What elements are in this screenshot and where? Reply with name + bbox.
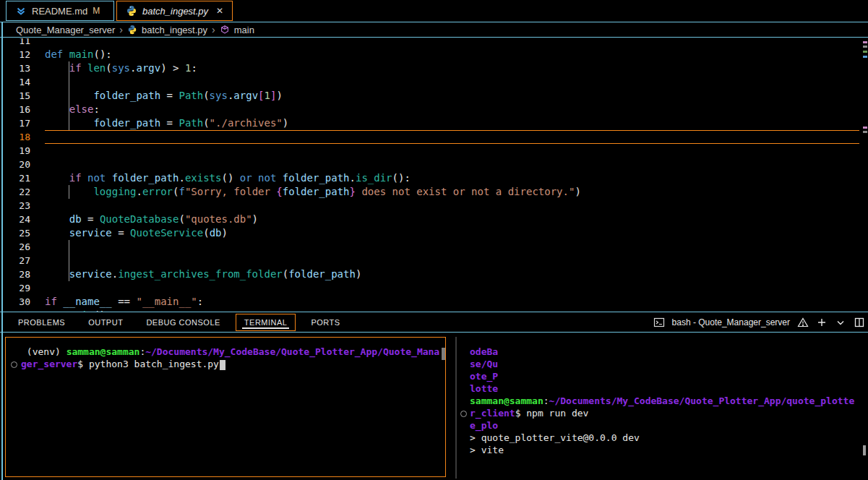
line-number: 22 [0, 185, 45, 199]
code-line-27[interactable]: 27 [0, 254, 868, 267]
code-line-21[interactable]: 21 if not folder_path.exists() or not fo… [0, 171, 868, 185]
code-editor[interactable]: 1112def main():13 if len(sys.argv) > 1:1… [0, 38, 868, 312]
overview-mark [863, 56, 867, 58]
chevron-right-icon: › [119, 24, 123, 35]
breadcrumb-symbol[interactable]: main [234, 25, 254, 35]
split-terminal-icon[interactable] [854, 317, 865, 328]
terminal-pane-right[interactable]: odeBase/Quote_Plottesamman@samman:~/Docu… [459, 337, 868, 480]
breadcrumb-file[interactable]: batch_ingest.py [142, 25, 207, 35]
code-line-25[interactable]: 25 service = QuoteService(db) [0, 226, 868, 240]
terminal-line: r_client$ npm run dev [470, 407, 865, 419]
overview-ruler[interactable] [862, 38, 868, 312]
code-line-12[interactable]: 12def main(): [0, 48, 868, 61]
vscode-window: README.md M batch_ingest.py ✕ Quote_Mana… [0, 0, 868, 480]
code-line-content: service = QuoteService(db) [45, 226, 859, 240]
terminal-line: > vite [470, 444, 865, 456]
code-line-content: if not folder_path.exists() or not folde… [45, 171, 859, 185]
code-line-content: folder_path = Path("./archives") [45, 116, 859, 130]
tab-batch-ingest[interactable]: batch_ingest.py ✕ [116, 1, 233, 21]
chevron-down-icon[interactable] [835, 317, 846, 328]
line-number: 30 [0, 295, 45, 309]
tab-readme-label: README.md [32, 6, 87, 17]
code-line-30[interactable]: 30if __name__ == "__main__": [0, 295, 868, 309]
command-decoration-icon[interactable] [460, 411, 467, 417]
tab-readme[interactable]: README.md M [6, 1, 114, 21]
terminal-scrollbar[interactable] [863, 445, 866, 455]
breadcrumb: Quote_Manager_server › batch_ingest.py ›… [0, 22, 868, 38]
code-line-14[interactable]: 14 [0, 75, 868, 89]
command-decoration-icon[interactable] [11, 361, 17, 368]
code-line-29[interactable]: 29 [0, 281, 868, 295]
terminal-line: se/Qu [470, 358, 865, 370]
indent-guide [69, 103, 69, 116]
code-line-23[interactable]: 23 [0, 199, 868, 213]
code-line-content [45, 38, 859, 48]
line-number: 13 [0, 61, 45, 75]
close-tab-icon[interactable]: ✕ [216, 6, 223, 16]
code-line-content [45, 199, 859, 213]
line-number: 15 [0, 89, 45, 103]
new-terminal-icon[interactable] [816, 317, 828, 328]
code-line-content [45, 75, 859, 89]
line-number: 19 [0, 144, 45, 158]
code-line-16[interactable]: 16 else: [0, 103, 868, 116]
terminal-pane-left[interactable]: (venv) samman@samman:~/Documents/My_Code… [5, 337, 446, 477]
indent-guide [69, 75, 69, 89]
line-number: 11 [0, 38, 45, 48]
code-line-content: def main(): [45, 48, 859, 61]
editor-tab-bar: README.md M batch_ingest.py ✕ [0, 0, 868, 22]
warning-icon[interactable] [797, 317, 809, 328]
markdown-icon [15, 5, 27, 17]
code-line-19[interactable]: 19 [0, 144, 868, 158]
code-line-24[interactable]: 24 db = QuoteDatabase("quotes.db") [0, 213, 868, 226]
terminal-split-sash[interactable] [455, 337, 457, 479]
line-number: 12 [0, 48, 45, 61]
code-line-28[interactable]: 28 service.ingest_archives_from_folder(f… [0, 267, 868, 281]
code-line-15[interactable]: 15 folder_path = Path(sys.argv[1]) [0, 89, 868, 103]
code-line-content: db = QuoteDatabase("quotes.db") [45, 213, 859, 226]
line-number: 23 [0, 199, 45, 213]
code-line-20[interactable]: 20 [0, 158, 868, 171]
line-number: 17 [0, 116, 45, 130]
line-number: 18 [0, 130, 45, 144]
code-line-content [45, 144, 859, 158]
code-line-content [45, 254, 859, 267]
code-line-26[interactable]: 26 [0, 240, 868, 254]
terminal-instance-label[interactable]: bash - Quote_Manager_server [672, 317, 790, 327]
tab-output[interactable]: OUTPUT [80, 314, 131, 330]
overview-mark [863, 46, 867, 48]
line-number: 28 [0, 267, 45, 281]
terminal-line: e_plo [470, 419, 865, 432]
overview-mark [863, 41, 867, 43]
line-number: 26 [0, 240, 45, 254]
python-icon [127, 25, 137, 35]
code-line-content: folder_path = Path(sys.argv[1]) [45, 89, 859, 103]
tab-debug-console[interactable]: DEBUG CONSOLE [138, 314, 228, 330]
breadcrumb-folder[interactable]: Quote_Manager_server [16, 25, 115, 35]
code-line-11[interactable]: 11 [0, 38, 868, 48]
tab-ports[interactable]: PORTS [303, 314, 348, 330]
indent-guide [69, 240, 69, 254]
code-line-22[interactable]: 22 logging.error(f"Sorry, folder {folder… [0, 185, 868, 199]
chevron-right-icon: › [212, 24, 215, 35]
line-number: 14 [0, 75, 45, 89]
code-line-17[interactable]: 17 folder_path = Path("./archives") [0, 116, 868, 130]
tab-problems[interactable]: PROBLEMS [10, 314, 73, 330]
terminal-scrollbar[interactable] [442, 348, 445, 360]
terminal-icon [653, 317, 665, 328]
line-number: 16 [0, 103, 45, 116]
code-line-18[interactable]: 18 [0, 130, 868, 144]
code-line-content: if len(sys.argv) > 1: [45, 61, 859, 75]
terminal-cursor [220, 360, 225, 370]
terminal-line: odeBa [470, 346, 865, 358]
code-line-13[interactable]: 13 if len(sys.argv) > 1: [0, 61, 868, 75]
symbol-namespace-icon [220, 25, 230, 35]
line-number: 24 [0, 213, 45, 226]
overview-mark [863, 131, 867, 133]
code-line-content [45, 281, 859, 295]
overview-mark [863, 127, 867, 129]
python-icon [126, 5, 137, 17]
code-line-content [45, 240, 859, 254]
line-number: 27 [0, 254, 45, 267]
tab-terminal[interactable]: TERMINAL [236, 314, 296, 331]
